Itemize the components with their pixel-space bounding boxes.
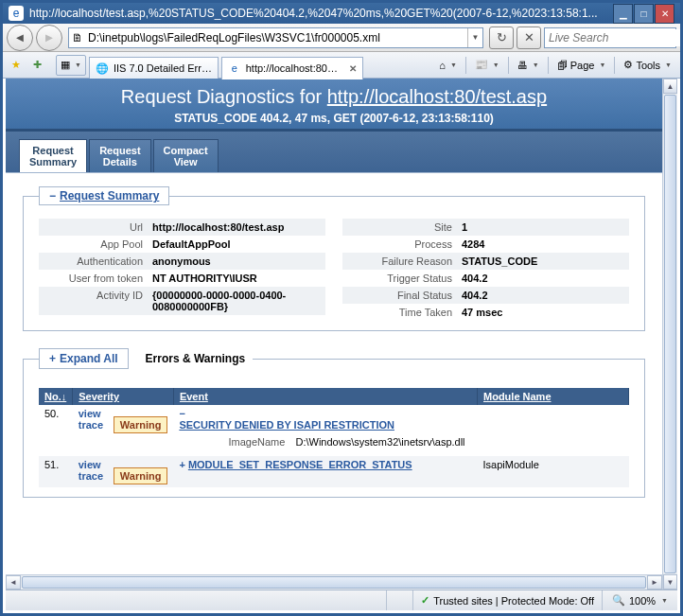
zoom-icon: 🔍 xyxy=(612,594,625,607)
collapse-icon[interactable]: − xyxy=(49,189,56,202)
horizontal-scrollbar[interactable]: ◄ ► xyxy=(6,574,662,590)
col-event[interactable]: Event xyxy=(173,388,477,405)
value-user-token: NT AUTHORITY\IUSR xyxy=(152,273,320,284)
favorites-star-icon[interactable]: ★ xyxy=(7,55,26,76)
tab-label: IIS 7.0 Detailed Error - 4... xyxy=(114,62,212,74)
value-site: 1 xyxy=(462,221,623,233)
value-failure-reason: STATUS_CODE xyxy=(462,255,623,267)
errors-warnings-title: Errors & Warnings xyxy=(138,349,254,368)
ie-icon: e xyxy=(228,62,241,75)
cell-no: 50. xyxy=(39,405,73,456)
vertical-scrollbar[interactable]: ▲ ▼ xyxy=(662,79,677,590)
page-menu[interactable]: 🗐 Page▼ xyxy=(552,55,611,76)
label-url: Url xyxy=(44,221,143,233)
tools-menu[interactable]: ⚙ Tools▼ xyxy=(619,55,676,76)
chevron-down-icon[interactable]: ▼ xyxy=(661,597,668,604)
window-title: http://localhost/test.asp,%20STATUS_CODE… xyxy=(29,7,612,20)
event-link[interactable]: SECURITY DENIED BY ISAPI RESTRICTION xyxy=(179,419,394,431)
tabs-toolbar: ★ ✚ ▦▼ 🌐 IIS 7.0 Detailed Error - 4... e… xyxy=(3,52,680,79)
col-severity[interactable]: Severity xyxy=(73,388,174,405)
refresh-button[interactable]: ↻ xyxy=(489,26,514,49)
status-empty xyxy=(386,590,412,610)
page-tab-strip: Request Summary Request Details Compact … xyxy=(6,132,662,173)
search-box[interactable]: 🔍 xyxy=(544,27,676,48)
request-summary-panel: −Request Summary Urlhttp://localhost:80/… xyxy=(23,186,645,331)
scroll-thumb[interactable] xyxy=(664,95,676,573)
detail-value: D:\Windows\system32\inetsrv\asp.dll xyxy=(295,436,464,448)
label-authentication: Authentication xyxy=(44,255,143,267)
label-activity-id: Activity ID xyxy=(44,290,143,312)
event-detail: ImageName D:\Windows\system32\inetsrv\as… xyxy=(201,436,471,448)
search-input[interactable] xyxy=(545,29,683,46)
label-app-pool: App Pool xyxy=(44,238,143,250)
scroll-right-icon[interactable]: ► xyxy=(647,575,662,590)
page-body: −Request Summary Urlhttp://localhost:80/… xyxy=(6,173,662,522)
page-favicon: e xyxy=(9,6,24,21)
page-subtitle: STATUS_CODE 404.2, 47 ms, GET (2007-6-12… xyxy=(15,112,653,125)
window-titlebar: e http://localhost/test.asp,%20STATUS_CO… xyxy=(3,3,680,24)
home-icon[interactable]: ⌂▼ xyxy=(434,55,462,76)
expand-all-button[interactable]: +Expand All xyxy=(39,348,129,369)
tab-iis-error[interactable]: 🌐 IIS 7.0 Detailed Error - 4... xyxy=(89,57,219,79)
status-message xyxy=(6,590,386,610)
status-bar: ✓ Trusted sites | Protected Mode: Off 🔍 … xyxy=(6,590,677,610)
quick-tabs-icon[interactable]: ▦▼ xyxy=(56,55,86,76)
tab-request-summary[interactable]: Request Summary xyxy=(19,139,87,172)
tab-localhost-test[interactable]: e http://localhost:80/t... ✕ xyxy=(221,57,363,79)
trusted-sites-label: Trusted sites | Protected Mode: Off xyxy=(433,595,594,607)
value-authentication: anonymous xyxy=(152,255,320,267)
command-bar: ⌂▼ 📰▼ 🖶▼ 🗐 Page▼ ⚙ Tools▼ xyxy=(434,55,676,76)
severity-badge: Warning xyxy=(114,416,168,433)
cell-module: IsapiModule xyxy=(478,456,629,487)
label-trigger-status: Trigger Status xyxy=(348,273,452,284)
stop-button[interactable]: ✕ xyxy=(517,26,541,49)
print-icon[interactable]: 🖶▼ xyxy=(513,55,544,76)
close-button[interactable]: ✕ xyxy=(655,4,674,24)
col-module[interactable]: Module Name xyxy=(478,388,629,405)
scroll-down-icon[interactable]: ▼ xyxy=(663,574,677,590)
label-time-taken: Time Taken xyxy=(348,307,452,318)
forward-button[interactable]: ► xyxy=(36,25,62,51)
label-final-status: Final Status xyxy=(348,290,452,301)
detail-key: ImageName xyxy=(201,436,285,448)
security-zone[interactable]: ✓ Trusted sites | Protected Mode: Off xyxy=(412,590,602,610)
maximize-button[interactable]: □ xyxy=(634,4,654,24)
plus-icon: + xyxy=(49,352,56,365)
diagnostics-banner: Request Diagnostics for http://localhost… xyxy=(6,79,662,132)
value-activity-id: {00000000-0000-0000-0400-0080000000FB} xyxy=(152,290,320,312)
back-button[interactable]: ◄ xyxy=(7,25,33,51)
view-trace-link[interactable]: view trace xyxy=(79,408,111,431)
request-summary-link[interactable]: Request Summary xyxy=(60,189,159,202)
tab-compact-view[interactable]: Compact View xyxy=(153,139,219,172)
expand-icon[interactable]: + xyxy=(179,459,184,470)
scroll-thumb[interactable] xyxy=(22,576,646,589)
value-app-pool: DefaultAppPool xyxy=(152,238,320,250)
address-bar[interactable]: 🗎 ▼ xyxy=(68,27,483,48)
feeds-icon[interactable]: 📰▼ xyxy=(470,55,504,76)
globe-icon: 🌐 xyxy=(96,62,109,75)
value-time-taken: 47 msec xyxy=(462,307,623,318)
cell-no: 51. xyxy=(39,456,73,487)
request-url-link[interactable]: http://localhost:80/test.asp xyxy=(327,86,547,107)
page-viewport: Request Diagnostics for http://localhost… xyxy=(6,79,662,574)
zoom-control[interactable]: 🔍 100% ▼ xyxy=(602,590,677,610)
collapse-icon[interactable]: − xyxy=(179,408,184,419)
label-site: Site xyxy=(348,221,452,233)
event-link[interactable]: MODULE_SET_RESPONSE_ERROR_STATUS xyxy=(188,459,412,470)
address-dropdown[interactable]: ▼ xyxy=(467,28,482,47)
errors-table: No.↓ Severity Event Module Name 50. view… xyxy=(39,388,629,487)
scroll-up-icon[interactable]: ▲ xyxy=(663,79,677,94)
request-summary-legend[interactable]: −Request Summary xyxy=(39,186,169,205)
minimize-button[interactable]: ▁ xyxy=(613,4,633,24)
add-favorite-icon[interactable]: ✚ xyxy=(28,55,46,76)
summary-right-column: Site1 Process4284 Failure ReasonSTATUS_C… xyxy=(342,219,629,321)
address-input[interactable] xyxy=(86,29,467,46)
col-no[interactable]: No.↓ xyxy=(39,388,73,405)
check-icon: ✓ xyxy=(421,594,429,607)
view-trace-link[interactable]: view trace xyxy=(79,459,111,482)
scroll-left-icon[interactable]: ◄ xyxy=(6,575,21,590)
tab-request-details[interactable]: Request Details xyxy=(89,139,150,172)
severity-badge: Warning xyxy=(114,467,168,484)
zoom-value: 100% xyxy=(629,595,656,607)
close-tab-icon[interactable]: ✕ xyxy=(349,63,357,74)
